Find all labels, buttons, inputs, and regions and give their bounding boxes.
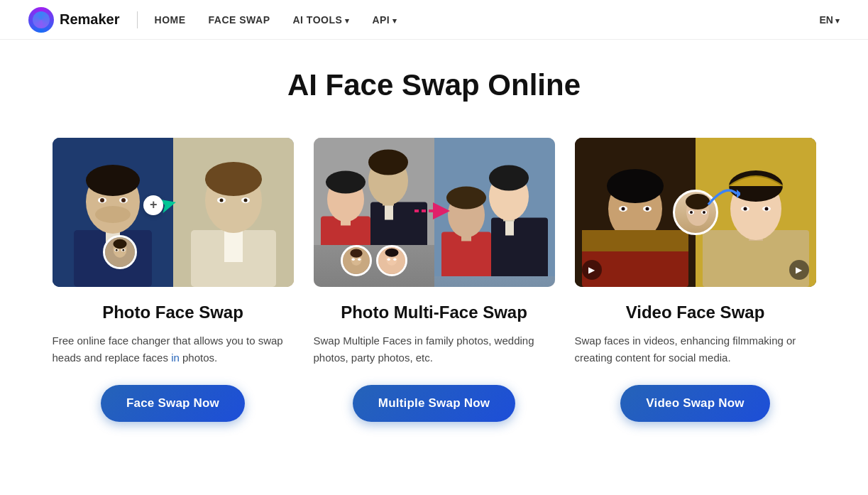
video-play-icon-left[interactable]: ▶ (582, 260, 602, 280)
video-play-icon-right[interactable]: ▶ (789, 260, 809, 280)
card-title-faceswap: Photo Face Swap (102, 303, 243, 322)
logo-icon (28, 7, 54, 33)
card-desc-faceswap: Free online face changer that allows you… (53, 332, 294, 368)
svg-point-67 (621, 207, 625, 211)
face-thumb-female (376, 245, 407, 276)
main-content: AI Face Swap Online (16, 40, 853, 464)
card-image-videoswap: ▶ (575, 138, 816, 287)
svg-rect-52 (491, 218, 548, 277)
svg-point-47 (385, 249, 398, 257)
svg-point-74 (690, 211, 693, 214)
svg-point-39 (326, 171, 366, 194)
svg-marker-77 (737, 190, 740, 198)
plus-icon: + (143, 195, 163, 215)
logo[interactable]: Remaker (28, 7, 120, 33)
svg-point-56 (489, 165, 529, 191)
svg-point-8 (100, 198, 104, 202)
nav-api[interactable]: API (372, 14, 397, 26)
svg-point-69 (645, 207, 649, 211)
video-swap-now-button[interactable]: Video Swap Now (620, 385, 770, 422)
nav-ai-tools[interactable]: AI TOOLS (292, 14, 349, 26)
svg-point-49 (393, 259, 396, 261)
card-title-videoswap: Video Face Swap (626, 303, 765, 322)
card-multi-face-swap: Photo Multi-Face Swap Swap Multiple Face… (314, 138, 555, 422)
nav-divider (137, 11, 138, 28)
svg-point-11 (95, 206, 131, 223)
svg-point-29 (243, 199, 247, 202)
card-title-multiface: Photo Multi-Face Swap (341, 303, 527, 322)
cards-row: ➤ + (30, 138, 839, 422)
svg-point-25 (205, 162, 262, 196)
source-face-thumbnail (103, 235, 137, 269)
desc-link[interactable]: in (171, 352, 180, 364)
nav-language-selector[interactable]: EN (819, 14, 840, 26)
svg-point-10 (121, 198, 126, 202)
face-thumbs-before (341, 245, 407, 276)
card-image-faceswap: ➤ + (53, 138, 294, 287)
svg-point-76 (703, 211, 705, 214)
card-image-multiface (314, 138, 555, 287)
nav-face-swap[interactable]: FACE SWAP (209, 14, 270, 26)
navbar: Remaker HOME FACE SWAP AI TOOLS API EN (0, 0, 868, 40)
svg-point-16 (115, 249, 117, 251)
svg-point-84 (743, 207, 747, 211)
face-swap-now-button[interactable]: Face Swap Now (101, 385, 245, 422)
card-desc-videoswap: Swap faces in videos, enhancing filmmaki… (575, 332, 816, 368)
card-video-face-swap: ▶ (575, 138, 816, 422)
face-thumb-male (341, 245, 372, 276)
svg-point-48 (387, 259, 390, 261)
card-desc-multiface: Swap Multiple Faces in family photos, we… (314, 332, 555, 368)
nav-home[interactable]: HOME (155, 14, 186, 26)
svg-point-65 (607, 169, 664, 203)
card-photo-face-swap: ➤ + (53, 138, 294, 422)
svg-point-35 (368, 150, 408, 175)
faceswap-right-person (173, 138, 294, 287)
logo-inner (33, 11, 50, 28)
svg-point-14 (113, 239, 126, 249)
page-title: AI Face Swap Online (30, 68, 839, 102)
svg-point-86 (764, 207, 768, 211)
nav-links: HOME FACE SWAP AI TOOLS API (155, 14, 820, 26)
svg-point-44 (358, 259, 361, 261)
svg-point-27 (219, 199, 223, 202)
logo-text: Remaker (60, 11, 120, 28)
svg-point-6 (86, 165, 140, 196)
svg-point-18 (122, 249, 124, 251)
multiple-swap-now-button[interactable]: Multiple Swap Now (353, 385, 515, 422)
svg-point-43 (351, 259, 354, 261)
svg-point-42 (350, 249, 362, 258)
